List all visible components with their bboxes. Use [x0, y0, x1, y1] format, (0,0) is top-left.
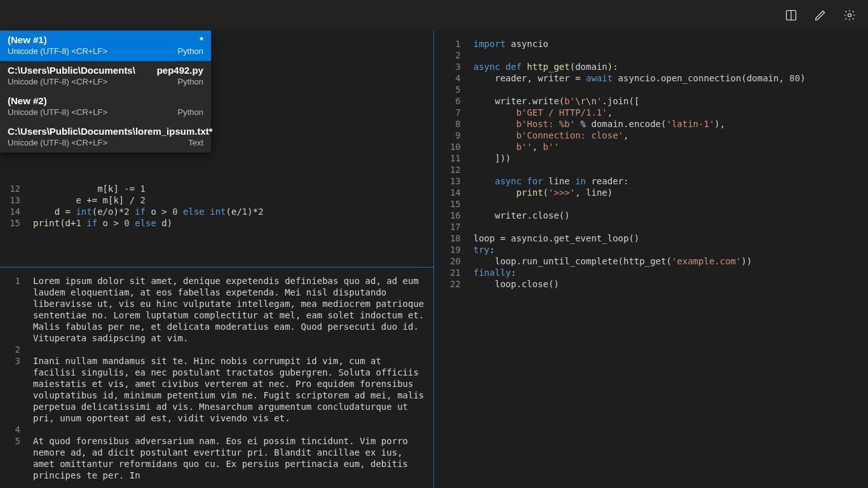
line-number	[0, 309, 20, 321]
file-encoding: Unicode (UTF-8) <CR+LF>	[8, 77, 107, 86]
line-number: 5	[0, 435, 20, 447]
line-number: 8	[439, 118, 461, 130]
code-line: print(d+1 if o > 0 else d)	[33, 217, 426, 229]
file-title: C:\Users\Public\Documents\	[8, 65, 135, 76]
pencil-icon[interactable]	[806, 0, 835, 30]
text-content[interactable]: Lorem ipsum dolor sit amet, denique expe…	[27, 268, 433, 488]
text-line: At quod forensibus adversarium nam. Eos …	[33, 435, 426, 481]
line-number: 2	[439, 50, 461, 61]
line-number: 15	[0, 217, 20, 229]
titlebar	[0, 0, 868, 30]
line-number: 10	[439, 141, 461, 152]
text-line: Lorem ipsum dolor sit amet, denique expe…	[33, 275, 426, 344]
gear-icon[interactable]	[835, 0, 864, 30]
file-language: Python	[178, 46, 203, 56]
code-line: d = int(e/o)*2 if o > 0 else int(e/1)*2	[33, 206, 426, 217]
line-number: 13	[439, 175, 461, 187]
file-encoding: Unicode (UTF-8) <CR+LF>	[8, 46, 107, 56]
file-title: (New #2)	[8, 95, 47, 106]
line-number	[0, 321, 20, 332]
line-number: 19	[439, 244, 461, 255]
line-number	[0, 412, 20, 424]
pane-left-bottom: 12345 Lorem ipsum dolor sit amet, deniqu…	[0, 267, 433, 488]
file-encoding: Unicode (UTF-8) <CR+LF>	[8, 107, 107, 117]
line-number: 9	[439, 130, 461, 141]
code-editor[interactable]: 12345678910111213141516171819202122 impo…	[434, 30, 868, 488]
text-editor[interactable]: 12345 Lorem ipsum dolor sit amet, deniqu…	[0, 268, 433, 488]
line-number: 11	[439, 152, 461, 164]
line-number	[0, 390, 20, 401]
file-title-right: *	[200, 34, 203, 45]
line-number: 1	[0, 275, 20, 287]
line-number: 3	[0, 355, 20, 367]
line-number: 12	[439, 164, 461, 175]
svg-point-2	[848, 14, 851, 17]
line-number	[0, 458, 20, 470]
line-number: 17	[439, 221, 461, 233]
right-column: 12345678910111213141516171819202122 impo…	[434, 30, 868, 488]
line-number	[0, 298, 20, 309]
line-gutter: 12345678910111213141516171819202122	[434, 30, 467, 488]
text-line: Inani nullam mandamus sit te. Hinc nobis…	[33, 355, 426, 424]
line-number: 2	[0, 344, 20, 355]
line-number	[0, 378, 20, 390]
line-number: 14	[439, 187, 461, 198]
line-number: 14	[0, 206, 20, 217]
line-number	[0, 287, 20, 298]
pane-right: 12345678910111213141516171819202122 impo…	[434, 30, 868, 488]
line-number: 6	[439, 95, 461, 107]
text-line	[33, 344, 426, 355]
line-number: 15	[439, 198, 461, 210]
line-number: 16	[439, 210, 461, 221]
open-files-dropdown[interactable]: (New #1)*Unicode (UTF-8) <CR+LF>PythonC:…	[0, 30, 211, 152]
app-window: (New #1)*Unicode (UTF-8) <CR+LF>PythonC:…	[0, 0, 868, 488]
code-line: m[k] -= 1	[33, 183, 426, 194]
file-title: C:\Users\Public\Documents\lorem_ipsum.tx…	[8, 126, 213, 137]
code-line: e += m[k] / 2	[33, 194, 426, 206]
file-language: Python	[178, 77, 203, 86]
open-file-item[interactable]: (New #2)Unicode (UTF-8) <CR+LF>Python	[0, 92, 211, 122]
line-number	[0, 401, 20, 412]
line-number: 3	[439, 61, 461, 72]
open-file-item[interactable]: (New #1)*Unicode (UTF-8) <CR+LF>Python	[0, 30, 211, 61]
line-number: 18	[439, 233, 461, 244]
line-number: 1	[439, 38, 461, 50]
editor-split-container: (New #1)*Unicode (UTF-8) <CR+LF>PythonC:…	[0, 30, 868, 488]
file-title-right: pep492.py	[157, 65, 203, 76]
panels-icon[interactable]	[776, 0, 806, 30]
line-number: 22	[439, 278, 461, 290]
line-number: 21	[439, 267, 461, 278]
open-file-item[interactable]: C:\Users\Public\Documents\pep492.pyUnico…	[0, 61, 211, 92]
text-line	[33, 424, 426, 435]
line-number: 4	[0, 424, 20, 435]
line-number	[0, 332, 20, 344]
line-number: 5	[439, 84, 461, 95]
line-number: 4	[439, 72, 461, 84]
file-language: Python	[178, 107, 203, 117]
line-number: 12	[0, 183, 20, 194]
line-gutter: 12345	[0, 268, 27, 488]
file-title: (New #1)	[8, 34, 47, 45]
line-number	[0, 447, 20, 458]
line-number: 7	[439, 107, 461, 118]
open-file-item[interactable]: C:\Users\Public\Documents\lorem_ipsum.tx…	[0, 122, 211, 152]
line-number: 20	[439, 255, 461, 267]
file-encoding: Unicode (UTF-8) <CR+LF>	[8, 138, 107, 147]
line-number: 13	[0, 194, 20, 206]
code-content[interactable]: import asyncio async def http_get(domain…	[467, 30, 868, 488]
file-language: Text	[188, 138, 203, 147]
line-number	[0, 367, 20, 378]
